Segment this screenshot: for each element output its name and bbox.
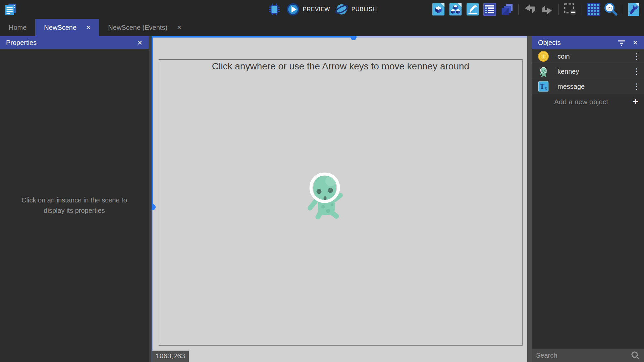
tab-home-label: Home (9, 24, 26, 32)
menu-icon (3, 2, 17, 16)
selection-border-top (152, 36, 354, 38)
tab-newscene-close-icon[interactable]: ✕ (86, 24, 91, 31)
objects-panel-header: Objects ✕ (532, 36, 644, 49)
svg-text:1:1: 1:1 (607, 6, 612, 10)
svg-text:T: T (540, 83, 544, 90)
object-menu-message[interactable]: ⋮ (633, 83, 644, 90)
tab-newscene[interactable]: NewScene ✕ (35, 19, 99, 36)
resize-handle-top[interactable] (351, 36, 357, 40)
object-label: kenney (557, 68, 579, 75)
kenney-sprite[interactable] (305, 166, 344, 220)
grid-icon[interactable] (586, 2, 600, 16)
play-icon (286, 2, 300, 16)
preview-label: PREVIEW (303, 6, 330, 13)
filter-icon[interactable] (617, 38, 626, 47)
toolbar-separator (558, 4, 559, 15)
resize-handle-left[interactable] (152, 204, 156, 210)
selection-border-left-light (152, 207, 153, 362)
tab-newscene-events-label: NewScene (Events) (108, 24, 167, 32)
tab-newscene-label: NewScene (44, 24, 76, 32)
debug-icon (267, 2, 281, 16)
tab-home[interactable]: Home (0, 19, 35, 36)
deselect-icon[interactable] (563, 2, 577, 16)
redo-icon[interactable] (540, 2, 554, 16)
properties-panel: Properties ✕ Click on an instance in the… (0, 36, 149, 362)
zoom-1to1-icon[interactable]: 1:1 (603, 2, 618, 16)
coin-icon (537, 50, 549, 62)
gdevelop-window: PREVIEW PUBLISH (0, 0, 644, 362)
toolbar-separator (518, 4, 519, 15)
object-row-kenney[interactable]: kenney ⋮ (532, 64, 644, 79)
objects-panel-icon[interactable] (431, 2, 445, 16)
debug-button[interactable] (267, 2, 281, 16)
add-object-button[interactable]: Add a new object + (532, 94, 644, 109)
add-object-label: Add a new object (554, 98, 608, 106)
main-menu-button[interactable] (3, 2, 18, 17)
properties-panel-header: Properties ✕ (0, 36, 149, 49)
toolbar-separator (622, 4, 622, 15)
object-label: coin (557, 53, 570, 60)
properties-close-icon[interactable]: ✕ (137, 39, 143, 47)
project-settings-icon[interactable] (627, 2, 641, 16)
layers-icon[interactable] (500, 2, 514, 16)
objects-close-icon[interactable]: ✕ (633, 39, 638, 47)
tab-newscene-events[interactable]: NewScene (Events) ✕ (99, 19, 190, 36)
toolbar-center-group: PREVIEW PUBLISH (267, 0, 377, 19)
objects-search-bar (532, 349, 644, 362)
left-panel-resizer[interactable] (149, 36, 152, 362)
text-icon: T x (537, 80, 549, 93)
preview-button[interactable]: PREVIEW (286, 2, 330, 16)
properties-panel-title: Properties (6, 39, 37, 47)
objects-search-input[interactable] (536, 352, 631, 359)
search-icon[interactable] (631, 351, 640, 360)
plus-icon: + (632, 96, 644, 108)
object-menu-coin[interactable]: ⋮ (633, 53, 644, 60)
selection-border-left (152, 36, 153, 207)
selection-border-top-light (354, 36, 527, 38)
editor-tabbar: Home NewScene ✕ NewScene (Events) ✕ (0, 19, 644, 36)
object-groups-icon[interactable] (448, 2, 463, 16)
tab-newscene-events-close-icon[interactable]: ✕ (177, 24, 181, 31)
object-label: message (557, 83, 585, 90)
object-menu-kenney[interactable]: ⋮ (633, 68, 644, 75)
publish-button[interactable]: PUBLISH (335, 2, 377, 16)
objects-panel: Objects ✕ (532, 36, 644, 362)
properties-panel-body: Click on an instance in the scene to dis… (0, 49, 149, 362)
objects-panel-title: Objects (538, 39, 561, 47)
toolbar-right-group: 1:1 (431, 0, 641, 19)
properties-empty-hint: Click on an instance in the scene to dis… (16, 195, 132, 216)
object-row-message[interactable]: T x message ⋮ (532, 79, 644, 94)
kenney-icon (537, 65, 549, 77)
cursor-coordinates-badge: 1063;263 (152, 351, 189, 362)
objects-panel-empty-space (532, 109, 644, 349)
toolbar-separator (582, 4, 582, 15)
main-area: Properties ✕ Click on an instance in the… (0, 36, 644, 362)
publish-globe-icon (335, 2, 349, 16)
publish-label: PUBLISH (352, 6, 377, 13)
scene-text-object[interactable]: Click anywhere or use the Arrow keys to … (159, 61, 522, 72)
main-toolbar: PREVIEW PUBLISH (0, 0, 644, 19)
object-row-coin[interactable]: coin ⋮ (532, 49, 644, 64)
scene-canvas[interactable]: Click anywhere or use the Arrow keys to … (152, 36, 527, 362)
svg-text:x: x (545, 86, 547, 90)
right-panel-resizer[interactable] (527, 36, 532, 362)
undo-icon[interactable] (523, 2, 537, 16)
properties-panel-icon[interactable] (466, 2, 480, 16)
instances-list-icon[interactable] (483, 2, 497, 16)
